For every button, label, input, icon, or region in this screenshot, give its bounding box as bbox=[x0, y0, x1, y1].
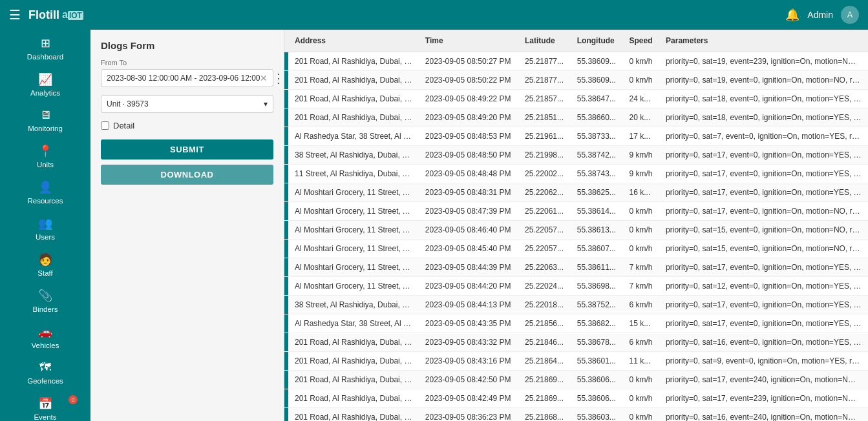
cell-address: 201 Road, Al Rashidiya, Dubai, 3, United… bbox=[288, 408, 419, 422]
cell-parameters: priority=0, sat=17, event=0, ignition=On… bbox=[659, 183, 868, 202]
table-row[interactable]: 201 Road, Al Rashidiya, Dubai, 3, United… bbox=[284, 108, 868, 127]
sidebar-item-dashboard[interactable]: ⊞ Dashboard bbox=[0, 30, 90, 66]
sidebar-label-resources: Resources bbox=[28, 197, 63, 205]
sidebar-item-resources[interactable]: 👤 Resources bbox=[0, 174, 90, 210]
cell-address: 201 Road, Al Rashidiya, Dubai, 3, United… bbox=[288, 371, 419, 389]
geofences-icon: 🗺 bbox=[39, 361, 51, 375]
cell-time: 2023-09-05 08:45:40 PM bbox=[419, 240, 518, 258]
cell-parameters: priority=0, sat=12, event=0, ignition=On… bbox=[659, 277, 868, 296]
dots-icon[interactable]: ⋮ bbox=[272, 70, 285, 86]
table-row[interactable]: Al Rashedya Star, 38 Street, Al Rashidiy… bbox=[284, 314, 868, 333]
cell-time: 2023-09-05 08:49:22 PM bbox=[419, 90, 518, 108]
cell-latitude: 25.21851... bbox=[518, 108, 571, 127]
user-avatar: A bbox=[841, 6, 859, 24]
header-right: 🔔 Admin A bbox=[785, 6, 859, 24]
table-row[interactable]: 38 Street, Al Rashidiya, Dubai, 3, Unite… bbox=[284, 146, 868, 165]
sidebar-item-monitoring[interactable]: 🖥 Monitoring bbox=[0, 102, 90, 138]
table-row[interactable]: Al Moshtari Grocery, 11 Street, Al Rashi… bbox=[284, 183, 868, 202]
sidebar-item-events[interactable]: 📅 Events 0 bbox=[0, 390, 90, 421]
analytics-icon: 📈 bbox=[38, 72, 52, 87]
users-icon: 👥 bbox=[38, 216, 52, 231]
header-left: ☰ FlotillaIOT bbox=[9, 7, 83, 23]
cell-time: 2023-09-05 08:47:39 PM bbox=[419, 202, 518, 221]
detail-checkbox[interactable] bbox=[101, 121, 109, 130]
chevron-down-icon: ▾ bbox=[264, 99, 268, 108]
download-button[interactable]: DOWNLOAD bbox=[101, 165, 273, 185]
close-icon[interactable]: ✕ bbox=[260, 73, 268, 83]
cell-address: 201 Road, Al Rashidiya, Dubai, 3, United… bbox=[288, 333, 419, 352]
sidebar-item-geofences[interactable]: 🗺 Geofences bbox=[0, 354, 90, 390]
data-table-area: Address Time Latitude Longitude Speed Pa… bbox=[284, 30, 868, 421]
cell-parameters: priority=0, sat=16, event=240, ignition=… bbox=[659, 408, 868, 422]
table-row[interactable]: 201 Road, Al Rashidiya, Dubai, 3, United… bbox=[284, 352, 868, 371]
cell-latitude: 25.22018... bbox=[518, 296, 571, 314]
logo-text: Flotill bbox=[28, 8, 59, 22]
sidebar-item-vehicles[interactable]: 🚗 Vehicles bbox=[0, 318, 90, 354]
cell-parameters: priority=0, sat=18, event=0, ignition=On… bbox=[659, 108, 868, 127]
main-layout: ⊞ Dashboard 📈 Analytics 🖥 Monitoring 📍 U… bbox=[0, 30, 868, 421]
table-row[interactable]: Al Rashedya Star, 38 Street, Al Rashidiy… bbox=[284, 127, 868, 146]
cell-speed: 7 km/h bbox=[623, 277, 660, 296]
cell-speed: 0 km/h bbox=[623, 52, 660, 71]
cell-time: 2023-09-05 08:48:53 PM bbox=[419, 127, 518, 146]
form-panel: Dlogs Form From To 2023-08-30 12:00:00 A… bbox=[90, 30, 284, 421]
table-row[interactable]: Al Moshtari Grocery, 11 Street, Al Rashi… bbox=[284, 202, 868, 221]
table-row[interactable]: 38 Street, Al Rashidiya, Dubai, 3, Unite… bbox=[284, 296, 868, 314]
content-area: Dlogs Form From To 2023-08-30 12:00:00 A… bbox=[90, 30, 868, 421]
table-row[interactable]: 11 Street, Al Rashidiya, Dubai, 10759, U… bbox=[284, 165, 868, 183]
resources-icon: 👤 bbox=[38, 180, 52, 194]
vehicles-icon: 🚗 bbox=[38, 325, 52, 339]
table-row[interactable]: 201 Road, Al Rashidiya, Dubai, 3, United… bbox=[284, 333, 868, 352]
cell-address: 201 Road, Al Rashidiya, Dubai, 3, United… bbox=[288, 389, 419, 408]
cell-parameters: priority=0, sat=15, event=0, ignition=On… bbox=[659, 240, 868, 258]
table-row[interactable]: Al Moshtari Grocery, 11 Street, Al Rashi… bbox=[284, 221, 868, 240]
unit-select[interactable]: Unit · 39573 ▾ bbox=[101, 95, 273, 113]
cell-longitude: 55.38660... bbox=[571, 108, 623, 127]
logo-suffix: aIOT bbox=[62, 9, 83, 21]
table-row[interactable]: Al Moshtari Grocery, 11 Street, Al Rashi… bbox=[284, 240, 868, 258]
cell-latitude: 25.22063... bbox=[518, 258, 571, 277]
cell-parameters: priority=0, sat=19, event=239, ignition=… bbox=[659, 52, 868, 71]
sidebar-item-units[interactable]: 📍 Units bbox=[0, 138, 90, 174]
cell-time: 2023-09-05 08:43:35 PM bbox=[419, 314, 518, 333]
table-body: 201 Road, Al Rashidiya, Dubai, 3, United… bbox=[284, 52, 868, 422]
sidebar-item-binders[interactable]: 📎 Binders bbox=[0, 282, 90, 318]
table-row[interactable]: 201 Road, Al Rashidiya, Dubai, 3, United… bbox=[284, 90, 868, 108]
table-row[interactable]: Al Moshtari Grocery, 11 Street, Al Rashi… bbox=[284, 258, 868, 277]
table-row[interactable]: 201 Road, Al Rashidiya, Dubai, 3, United… bbox=[284, 52, 868, 71]
sidebar-label-geofences: Geofences bbox=[27, 377, 63, 385]
cell-speed: 0 km/h bbox=[623, 71, 660, 90]
submit-button[interactable]: SUBMIT bbox=[101, 139, 273, 159]
sidebar-label-dashboard: Dashboard bbox=[27, 53, 63, 61]
dlogs-table: Address Time Latitude Longitude Speed Pa… bbox=[284, 30, 868, 421]
table-row[interactable]: 201 Road, Al Rashidiya, Dubai, 3, United… bbox=[284, 408, 868, 422]
cell-address: Al Moshtari Grocery, 11 Street, Al Rashi… bbox=[288, 202, 419, 221]
sidebar-item-staff[interactable]: 🧑 Staff bbox=[0, 246, 90, 282]
cell-speed: 11 k... bbox=[623, 352, 660, 371]
cell-latitude: 25.22002... bbox=[518, 165, 571, 183]
units-icon: 📍 bbox=[38, 144, 52, 158]
cell-time: 2023-09-05 08:48:50 PM bbox=[419, 146, 518, 165]
cell-speed: 6 km/h bbox=[623, 333, 660, 352]
detail-checkbox-wrapper[interactable]: Detail bbox=[101, 121, 273, 130]
sidebar: ⊞ Dashboard 📈 Analytics 🖥 Monitoring 📍 U… bbox=[0, 30, 90, 421]
from-to-label: From To bbox=[101, 59, 273, 67]
cell-parameters: priority=0, sat=17, event=0, ignition=On… bbox=[659, 202, 868, 221]
cell-latitude: 25.21877... bbox=[518, 52, 571, 71]
table-row[interactable]: Al Moshtari Grocery, 11 Street, Al Rashi… bbox=[284, 277, 868, 296]
bell-icon[interactable]: 🔔 bbox=[785, 8, 799, 22]
date-range-input[interactable]: 2023-08-30 12:00:00 AM - 2023-09-06 12:0… bbox=[101, 69, 273, 87]
sidebar-item-analytics[interactable]: 📈 Analytics bbox=[0, 66, 90, 102]
cell-longitude: 55.38647... bbox=[571, 90, 623, 108]
hamburger-menu[interactable]: ☰ bbox=[9, 7, 21, 23]
table-row[interactable]: 201 Road, Al Rashidiya, Dubai, 3, United… bbox=[284, 71, 868, 90]
cell-speed: 0 km/h bbox=[623, 389, 660, 408]
cell-longitude: 55.38609... bbox=[571, 52, 623, 71]
cell-time: 2023-09-05 08:48:48 PM bbox=[419, 165, 518, 183]
col-longitude: Longitude bbox=[571, 30, 623, 52]
table-row[interactable]: 201 Road, Al Rashidiya, Dubai, 3, United… bbox=[284, 389, 868, 408]
cell-latitude: 25.21857... bbox=[518, 90, 571, 108]
table-row[interactable]: 201 Road, Al Rashidiya, Dubai, 3, United… bbox=[284, 371, 868, 389]
cell-longitude: 55.38678... bbox=[571, 333, 623, 352]
sidebar-item-users[interactable]: 👥 Users bbox=[0, 210, 90, 246]
